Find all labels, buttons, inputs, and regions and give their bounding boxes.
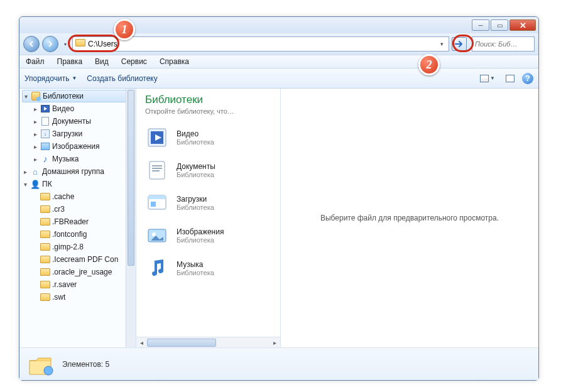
- content-subtitle: Откройте библиотеку, что…: [145, 107, 271, 115]
- svg-point-10: [152, 232, 156, 236]
- explorer-body: ▾Библиотеки ▸Видео ▸Документы ▸Загрузки …: [19, 89, 538, 347]
- library-item-video[interactable]: ВидеоБиблиотека: [136, 121, 280, 154]
- address-input[interactable]: [88, 40, 437, 48]
- new-library-button[interactable]: Создать библиотеку: [87, 74, 157, 83]
- library-item-pictures[interactable]: ИзображенияБиблиотека: [136, 219, 280, 252]
- go-arrow-icon: [454, 39, 464, 49]
- tree-folder[interactable]: .cache: [22, 190, 136, 203]
- status-text: Элементов: 5: [62, 360, 109, 369]
- libraries-icon: [27, 352, 56, 377]
- tree-documents[interactable]: ▸Документы: [22, 115, 136, 128]
- svg-rect-4: [152, 168, 162, 169]
- menu-bar: Файл Правка Вид Сервис Справка: [19, 55, 538, 68]
- nav-scrollbar[interactable]: [126, 89, 136, 347]
- music-icon: ♪: [40, 154, 50, 164]
- downloads-icon: [144, 190, 170, 216]
- menu-edit[interactable]: Правка: [51, 55, 89, 68]
- pictures-icon: [144, 222, 170, 249]
- tree-pc[interactable]: ▾👤ПК: [22, 178, 136, 190]
- preview-pane: Выберите файл для предварительного просм…: [281, 89, 538, 347]
- content-pane: Библиотеки Откройте библиотеку, что… Вид…: [136, 89, 281, 347]
- view-mode-button[interactable]: ▼: [477, 72, 498, 85]
- search-box[interactable]: 🔍: [472, 36, 535, 52]
- content-title: Библиотеки: [145, 94, 271, 106]
- library-item-music[interactable]: МузыкаБиблиотека: [136, 252, 280, 285]
- back-button[interactable]: [23, 36, 40, 52]
- menu-view[interactable]: Вид: [89, 55, 115, 68]
- tree-libraries[interactable]: ▾Библиотеки: [22, 90, 136, 102]
- content-h-scrollbar[interactable]: ◂▸: [136, 337, 280, 347]
- organize-button[interactable]: Упорядочить▼: [25, 74, 77, 83]
- arrow-right-icon: [46, 40, 54, 48]
- tree-video[interactable]: ▸Видео: [22, 102, 136, 115]
- preview-pane-button[interactable]: [503, 72, 517, 85]
- menu-help[interactable]: Справка: [153, 55, 195, 68]
- command-bar: Упорядочить▼ Создать библиотеку ▼ ?: [19, 68, 538, 89]
- svg-rect-5: [152, 170, 160, 172]
- arrow-left-icon: [28, 40, 35, 48]
- video-icon: [144, 124, 170, 151]
- navigation-pane: ▾Библиотеки ▸Видео ▸Документы ▸Загрузки …: [19, 89, 136, 347]
- tree-folder[interactable]: .cr3: [22, 203, 136, 215]
- content-header: Библиотеки Откройте библиотеку, что…: [136, 89, 280, 117]
- library-item-downloads[interactable]: ЗагрузкиБиблиотека: [136, 187, 280, 219]
- tree-folder[interactable]: .FBReader: [22, 215, 136, 228]
- tree-folder[interactable]: .gimp-2.8: [22, 241, 136, 253]
- music-icon: [144, 255, 170, 281]
- svg-rect-8: [151, 202, 156, 207]
- tree-folder[interactable]: .fontconfig: [22, 228, 136, 241]
- details-pane: Элементов: 5: [19, 347, 538, 380]
- maximize-button[interactable]: ▭: [491, 19, 508, 31]
- homegroup-icon: ⌂: [30, 166, 40, 177]
- svg-rect-7: [148, 195, 166, 199]
- tree-folder[interactable]: .Icecream PDF Con: [22, 253, 136, 266]
- user-icon: 👤: [30, 179, 40, 189]
- folder-icon: [75, 39, 85, 49]
- svg-rect-3: [152, 165, 162, 166]
- annotation-callout-2: 2: [418, 54, 440, 75]
- help-button[interactable]: ?: [522, 73, 533, 84]
- documents-icon: [144, 157, 170, 183]
- explorer-window: ─ ▭ ✕ ▾ ▾ 🔍 Файл Правка Вид Сервис Справ…: [19, 16, 539, 381]
- go-button[interactable]: [452, 37, 467, 51]
- minimize-button[interactable]: ─: [472, 19, 489, 31]
- tree-downloads[interactable]: ▸Загрузки: [22, 128, 136, 140]
- tree-folder[interactable]: .oracle_jre_usage: [22, 266, 136, 278]
- search-input[interactable]: [475, 40, 561, 48]
- address-dropdown[interactable]: ▾: [437, 41, 446, 47]
- nav-bar: ▾ ▾ 🔍: [19, 33, 538, 55]
- tree-music[interactable]: ▸♪Музыка: [22, 153, 136, 165]
- menu-file[interactable]: Файл: [19, 55, 51, 68]
- nav-history-dropdown[interactable]: ▾: [61, 38, 70, 50]
- tree-pictures[interactable]: ▸Изображения: [22, 140, 136, 153]
- tree-folder[interactable]: .swt: [22, 291, 136, 303]
- tree-folder[interactable]: .r.saver: [22, 278, 136, 291]
- svg-point-11: [44, 366, 53, 375]
- preview-placeholder: Выберите файл для предварительного просм…: [320, 214, 499, 222]
- menu-tools[interactable]: Сервис: [115, 55, 153, 68]
- title-bar: ─ ▭ ✕: [19, 17, 538, 33]
- library-item-documents[interactable]: ДокументыБиблиотека: [136, 154, 280, 187]
- forward-button[interactable]: [42, 36, 58, 52]
- close-button[interactable]: ✕: [509, 19, 536, 31]
- tree-homegroup[interactable]: ▸⌂Домашняя группа: [22, 165, 136, 178]
- annotation-callout-1: 1: [114, 19, 135, 40]
